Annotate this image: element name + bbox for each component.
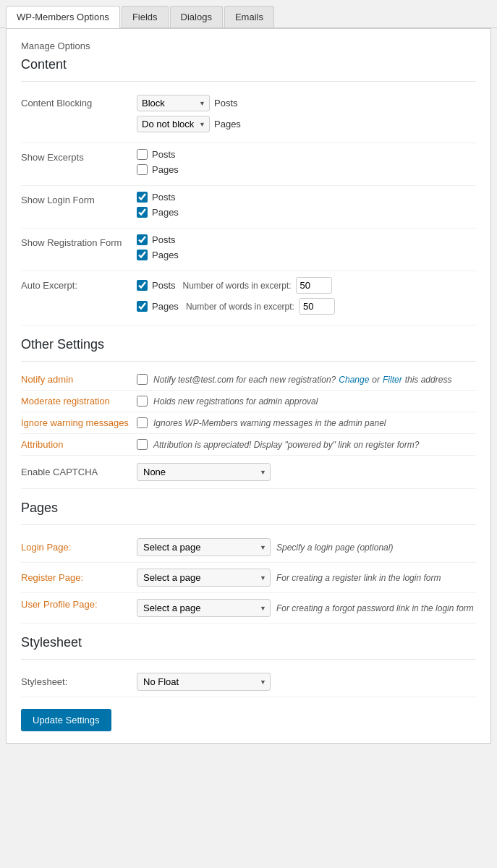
show-registration-form-posts-label: Posts <box>152 234 176 245</box>
register-page-row: Register Page: Select a page For creatin… <box>21 563 476 593</box>
auto-excerpt-posts-count[interactable]: 50 <box>296 277 332 294</box>
user-profile-page-select-wrapper: Select a page <box>137 599 271 617</box>
login-page-select[interactable]: Select a page <box>137 538 271 556</box>
moderate-registration-checkbox[interactable] <box>137 396 148 407</box>
moderate-registration-row: Moderate registration Holds new registra… <box>21 391 476 412</box>
enable-captcha-row: Enable CAPTCHA None <box>21 456 476 489</box>
words-in-excerpt-pages-label: Number of words in excerpt: <box>186 302 294 312</box>
posts-block-select[interactable]: Block Do not block <box>137 95 210 111</box>
auto-excerpt-posts-label: Posts <box>152 280 176 291</box>
captcha-select-wrapper: None <box>137 463 271 481</box>
user-profile-page-select[interactable]: Select a page <box>137 599 271 617</box>
pages-block-select-wrapper: Block Do not block <box>137 116 210 132</box>
stylesheet-select-wrapper: No Float <box>137 673 271 691</box>
user-profile-page-row: User Profile Page: Select a page For cre… <box>21 593 476 624</box>
login-page-row: Login Page: Select a page Specify a logi… <box>21 532 476 563</box>
pages-block-select[interactable]: Block Do not block <box>137 116 210 132</box>
show-excerpts-posts-checkbox[interactable] <box>137 149 148 160</box>
show-excerpts-posts-label: Posts <box>152 149 176 160</box>
attribution-desc: Attribution is appreciated! Display "pow… <box>153 440 419 450</box>
posts-label: Posts <box>214 98 238 109</box>
show-excerpts-pages-checkbox[interactable] <box>137 164 148 175</box>
moderate-registration-desc: Holds new registrations for admin approv… <box>153 396 318 407</box>
show-login-form-pages-checkbox[interactable] <box>137 207 148 218</box>
register-page-desc: For creating a register link in the logi… <box>276 573 441 583</box>
pages-label: Pages <box>214 119 241 129</box>
show-login-form-pages-label: Pages <box>152 207 179 218</box>
auto-excerpt-posts-checkbox[interactable] <box>137 280 148 291</box>
attribution-row: Attribution Attribution is appreciated! … <box>21 434 476 456</box>
enable-captcha-label: Enable CAPTCHA <box>21 467 137 477</box>
notify-admin-desc: Notify test@test.com for each new regist… <box>153 375 336 385</box>
user-profile-page-label: User Profile Page: <box>21 599 137 610</box>
auto-excerpt-pages-count[interactable]: 50 <box>299 298 335 315</box>
login-page-desc: Specify a login page (optional) <box>276 542 393 553</box>
register-page-select[interactable]: Select a page <box>137 569 271 587</box>
captcha-select[interactable]: None <box>137 463 271 481</box>
notify-admin-row: Notify admin Notify test@test.com for ea… <box>21 369 476 391</box>
attribution-label: Attribution <box>21 439 137 450</box>
stylesheet-row: Stylesheet: No Float <box>21 667 476 697</box>
show-login-form-posts-label: Posts <box>152 192 176 203</box>
moderate-registration-label: Moderate registration <box>21 396 137 407</box>
user-profile-page-desc: For creating a forgot password link in t… <box>276 603 474 613</box>
manage-options-label: Manage Options <box>21 41 476 51</box>
tab-emails[interactable]: Emails <box>224 6 274 27</box>
tab-dialogs[interactable]: Dialogs <box>170 6 223 27</box>
show-registration-form-pages-label: Pages <box>152 250 179 260</box>
tab-fields[interactable]: Fields <box>122 6 169 27</box>
notify-admin-desc2: this address <box>405 375 452 385</box>
register-page-label: Register Page: <box>21 572 137 583</box>
show-registration-form-pages-checkbox[interactable] <box>137 250 148 260</box>
stylesheet-label: Stylesheet: <box>21 676 137 687</box>
tab-bar: WP-Members Options Fields Dialogs Emails <box>0 0 497 28</box>
auto-excerpt-label: Auto Excerpt: <box>21 277 137 291</box>
notify-admin-or: or <box>372 375 380 385</box>
login-page-select-wrapper: Select a page <box>137 538 271 556</box>
ignore-warning-label: Ignore warning messages <box>21 417 137 428</box>
words-in-excerpt-posts-label: Number of words in excerpt: <box>183 281 292 291</box>
notify-admin-checkbox[interactable] <box>137 374 148 385</box>
stylesheet-select[interactable]: No Float <box>137 673 271 691</box>
show-login-form-posts-checkbox[interactable] <box>137 192 148 203</box>
register-page-select-wrapper: Select a page <box>137 569 271 587</box>
show-registration-form-label: Show Registration Form <box>21 234 137 248</box>
settings-panel: Manage Options Content Content Blocking … <box>6 28 491 744</box>
ignore-warning-row: Ignore warning messages Ignores WP-Membe… <box>21 412 476 434</box>
notify-admin-filter-link[interactable]: Filter <box>383 375 402 385</box>
show-excerpts-label: Show Excerpts <box>21 149 137 163</box>
ignore-warning-checkbox[interactable] <box>137 417 148 428</box>
show-login-form-label: Show Login Form <box>21 192 137 205</box>
login-page-label: Login Page: <box>21 542 137 553</box>
auto-excerpt-pages-label: Pages <box>152 301 179 312</box>
posts-block-select-wrapper: Block Do not block <box>137 95 210 111</box>
other-settings-section-title: Other Settings <box>21 337 476 352</box>
show-excerpts-pages-label: Pages <box>152 164 179 175</box>
pages-section-title: Pages <box>21 501 476 516</box>
stylesheet-section-title: Stylesheet <box>21 635 476 650</box>
notify-admin-change-link[interactable]: Change <box>339 375 369 385</box>
notify-admin-label: Notify admin <box>21 374 137 385</box>
content-section-title: Content <box>21 57 476 72</box>
ignore-warning-desc: Ignores WP-Members warning messages in t… <box>153 418 386 428</box>
attribution-checkbox[interactable] <box>137 439 148 450</box>
auto-excerpt-pages-checkbox[interactable] <box>137 301 148 312</box>
show-registration-form-posts-checkbox[interactable] <box>137 234 148 245</box>
tab-wp-members-options[interactable]: WP-Members Options <box>6 6 120 28</box>
update-settings-button[interactable]: Update Settings <box>21 709 111 731</box>
content-blocking-label: Content Blocking <box>21 95 137 109</box>
